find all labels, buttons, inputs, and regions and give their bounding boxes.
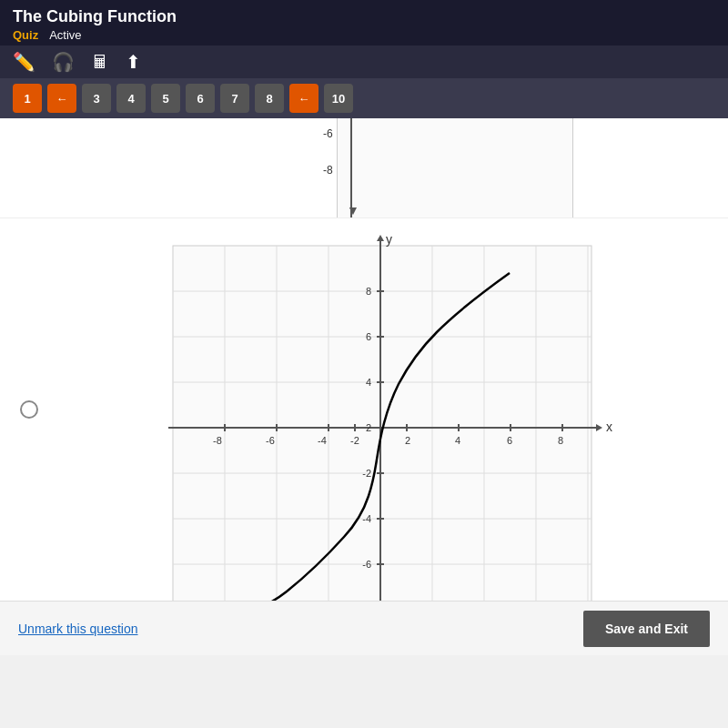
svg-text:4: 4 [455, 435, 460, 446]
svg-text:-8: -8 [213, 435, 222, 446]
nav-btn-6[interactable]: 6 [186, 84, 215, 113]
svg-text:-6: -6 [362, 559, 371, 570]
svg-text:4: 4 [366, 377, 371, 388]
svg-text:2: 2 [366, 422, 371, 433]
nav-btn-9[interactable]: ← [289, 84, 318, 113]
upper-partial-graph: -6 -8 ▼ [0, 118, 728, 218]
pencil-icon[interactable]: ✏️ [13, 51, 35, 73]
unmark-link[interactable]: Unmark this question [18, 622, 138, 636]
nav-btn-8[interactable]: 8 [255, 84, 284, 113]
nav-btn-4[interactable]: 4 [116, 84, 146, 113]
footer: Unmark this question Save and Exit [0, 601, 728, 655]
nav-btn-3[interactable]: 3 [82, 84, 111, 113]
quiz-label: Quiz [13, 28, 38, 42]
svg-text:-6: -6 [266, 435, 275, 446]
nav-btn-7[interactable]: 7 [220, 84, 249, 113]
page-title: The Cubing Function [13, 7, 715, 26]
headphones-icon[interactable]: 🎧 [52, 51, 75, 73]
svg-text:6: 6 [366, 331, 371, 342]
calculator-icon[interactable]: 🖩 [91, 52, 109, 73]
svg-text:8: 8 [366, 286, 371, 297]
question-nav: 1 ← 3 4 5 6 7 8 ← 10 [0, 78, 728, 118]
svg-text:8: 8 [558, 435, 563, 446]
nav-btn-5[interactable]: 5 [151, 84, 180, 113]
svg-marker-18 [596, 424, 602, 431]
svg-text:-4: -4 [318, 435, 327, 446]
svg-text:-2: -2 [350, 435, 359, 446]
svg-text:6: 6 [507, 435, 512, 446]
active-status: Active [49, 28, 81, 42]
svg-text:-4: -4 [362, 513, 371, 524]
toolbar: ✏️ 🎧 🖩 ⬆ [0, 46, 728, 78]
svg-text:x: x [606, 420, 612, 434]
svg-text:2: 2 [405, 435, 410, 446]
content-area: -6 -8 ▼ [0, 118, 728, 655]
nav-btn-10[interactable]: 10 [324, 84, 353, 113]
svg-text:y: y [386, 232, 392, 247]
nav-btn-1[interactable]: 1 [13, 84, 42, 113]
svg-text:-2: -2 [362, 468, 371, 479]
save-exit-button[interactable]: Save and Exit [583, 611, 710, 647]
nav-btn-2[interactable]: ← [47, 84, 76, 113]
svg-marker-21 [377, 235, 384, 241]
upload-icon[interactable]: ⬆ [126, 51, 141, 73]
graph-container: x y -8 -6 -4 -2 2 4 6 8 8 6 4 2 -2 -4 -6… [0, 218, 728, 628]
header: The Cubing Function Quiz Active [0, 0, 728, 46]
coordinate-graph: x y -8 -6 -4 -2 2 4 6 8 8 6 4 2 -2 -4 -6… [118, 228, 646, 628]
radio-option-1[interactable] [20, 400, 38, 419]
header-subtitle: Quiz Active [13, 28, 715, 42]
